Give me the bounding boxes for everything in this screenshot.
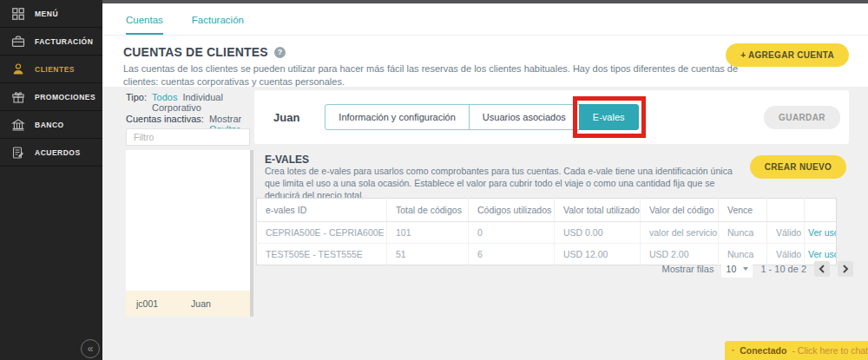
sidebar-item-label: BANCO xyxy=(35,121,64,129)
col-status xyxy=(767,199,805,222)
client-filter-input[interactable] xyxy=(126,128,250,146)
page-title: CUENTAS DE CLIENTES xyxy=(123,45,268,59)
cell-used: 0 xyxy=(469,222,555,244)
header-band: Cuentas Facturación CUENTAS DE CLIENTES … xyxy=(102,3,868,87)
filter-tipo-individual[interactable]: Individual xyxy=(182,92,222,102)
filter-inactivas-mostrar[interactable]: Mostrar xyxy=(209,114,241,124)
cell-code-value: valor del servicio xyxy=(641,222,719,244)
content-area: Tipo: TodosIndividual Corporativo Cuenta… xyxy=(102,87,868,360)
pagination: Mostrar filas 10 1 - 10 de 2 xyxy=(662,260,854,278)
evales-section-title: E-VALES xyxy=(265,154,309,166)
sidebar-item-promociones[interactable]: PROMOCIONES xyxy=(0,83,102,111)
agreement-icon xyxy=(11,146,25,160)
top-tabs: Cuentas Facturación xyxy=(102,3,868,36)
client-panel: Juan Información y configuración Usuario… xyxy=(254,90,849,144)
gift-icon xyxy=(11,90,25,104)
sidebar-item-label: ACUERDOS xyxy=(35,148,81,157)
chat-widget[interactable]: Conectado - Click here to chat xyxy=(725,341,868,360)
sidebar-collapse-button[interactable]: « xyxy=(81,339,100,358)
cell-used: 6 xyxy=(469,244,555,265)
cell-id: TEST505E - TEST555E xyxy=(257,244,387,265)
client-panel-tabs: Información y configuración Usuarios aso… xyxy=(325,104,638,130)
table-row: CEPRIA500E - CEPRIA600E 101 0 USD 0.00 v… xyxy=(257,222,837,244)
rows-per-page-select[interactable]: 10 xyxy=(721,260,753,278)
cell-expires: Nunca xyxy=(719,222,767,244)
sidebar-item-label: CLIENTES xyxy=(35,65,75,74)
guardar-button[interactable]: GUARDAR xyxy=(764,106,840,129)
rows-per-page-label: Mostrar filas xyxy=(662,264,714,274)
cell-total: 101 xyxy=(387,222,469,244)
cell-total-value: USD 12.00 xyxy=(555,244,641,265)
caret-down-icon xyxy=(743,267,748,271)
tab-cuentas[interactable]: Cuentas xyxy=(126,15,163,35)
chat-status: Conectado xyxy=(740,345,786,356)
col-valor-codigo: Valor del código xyxy=(641,199,719,222)
tab-e-vales[interactable]: E-vales xyxy=(579,104,639,130)
crear-nuevo-button[interactable]: CREAR NUEVO xyxy=(750,155,846,179)
chat-message: - Click here to chat xyxy=(792,345,868,356)
briefcase-icon xyxy=(11,35,25,49)
prev-page-button[interactable] xyxy=(814,261,830,277)
tipo-label: Tipo: xyxy=(126,92,147,113)
table-header-row: e-vales ID Total de códigos Códigos util… xyxy=(257,199,837,222)
client-list-item-selected[interactable]: jc001 Juan xyxy=(126,291,250,317)
sidebar-item-facturacion[interactable]: FACTURACIÓN xyxy=(0,28,102,56)
list-scrollbar[interactable] xyxy=(250,150,253,317)
client-list[interactable]: jc001 Juan xyxy=(126,150,250,317)
sidebar-item-menu[interactable]: MENÚ xyxy=(0,0,102,28)
client-name: Juan xyxy=(191,298,211,309)
col-total-codigos: Total de códigos xyxy=(387,199,469,222)
sidebar-item-label: PROMOCIONES xyxy=(35,93,95,101)
col-evales-id: e-vales ID xyxy=(257,199,387,222)
chevron-left-icon xyxy=(819,265,825,273)
sidebar-item-acuerdos[interactable]: ACUERDOS xyxy=(0,139,102,167)
ver-uso-link[interactable]: Ver uso xyxy=(808,227,837,238)
add-account-button[interactable]: + AGREGAR CUENTA xyxy=(726,43,849,67)
sidebar-item-clientes[interactable]: CLIENTES xyxy=(0,56,102,83)
status-dropdown[interactable]: Válido xyxy=(767,222,805,244)
pagination-range: 1 - 10 de 2 xyxy=(760,264,806,274)
sidebar-item-label: MENÚ xyxy=(35,10,58,18)
sidebar-item-banco[interactable]: BANCO xyxy=(0,111,102,139)
cell-total: 51 xyxy=(387,244,469,265)
filter-tipo-corporativo[interactable]: Corporativo xyxy=(152,102,201,113)
col-action xyxy=(805,199,837,222)
chat-bubble-icon xyxy=(732,345,734,356)
grid-icon xyxy=(11,7,25,21)
selected-client-name: Juan xyxy=(273,111,299,124)
evales-section-description: Crea lotes de e-vales para usarlos como … xyxy=(265,166,746,202)
sidebar: MENÚ FACTURACIÓN CLIENTES PROMOCIONES BA… xyxy=(0,0,102,360)
tab-facturacion[interactable]: Facturación xyxy=(192,15,244,35)
user-icon xyxy=(11,62,25,76)
cell-total-value: USD 0.00 xyxy=(555,222,641,244)
help-icon[interactable]: ? xyxy=(274,47,286,58)
collapse-chevrons-icon: « xyxy=(88,343,94,355)
col-valor-total: Valor total utilizado xyxy=(555,199,641,222)
page-description: Las cuentas de los clientes se pueden ut… xyxy=(123,62,740,88)
ver-uso-link[interactable]: Ver uso xyxy=(808,249,837,259)
cell-id: CEPRIA500E - CEPRIA600E xyxy=(257,222,387,244)
col-vence: Vence xyxy=(719,199,767,222)
tab-usuarios-asociados[interactable]: Usuarios asociados xyxy=(469,104,580,130)
evales-table: e-vales ID Total de códigos Códigos util… xyxy=(256,198,837,265)
bank-icon xyxy=(11,118,25,132)
client-code: jc001 xyxy=(136,298,158,309)
sidebar-item-label: FACTURACIÓN xyxy=(35,37,93,46)
chevron-right-icon xyxy=(842,265,849,273)
next-page-button[interactable] xyxy=(838,261,853,277)
col-codigos-utilizados: Códigos utilizados xyxy=(469,199,555,222)
tab-informacion-configuracion[interactable]: Información y configuración xyxy=(325,104,470,130)
filter-tipo-todos[interactable]: Todos xyxy=(152,92,177,102)
